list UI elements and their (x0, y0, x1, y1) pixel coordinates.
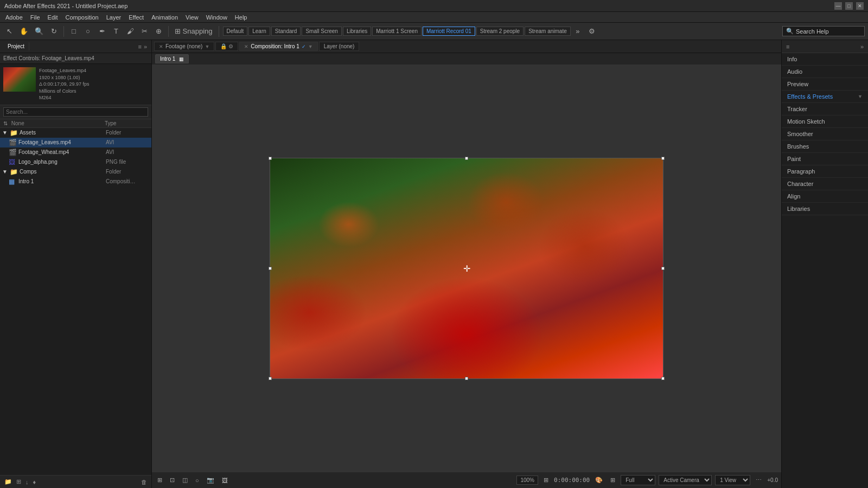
search-input[interactable] (796, 28, 861, 35)
handle-mid-left[interactable] (269, 267, 272, 270)
panel-paragraph[interactable]: Paragraph (782, 165, 868, 178)
menu-composition[interactable]: Composition (62, 13, 102, 22)
viewer-settings-btn[interactable]: ⚙ (228, 43, 233, 49)
view-count-select[interactable]: 1 View 2 Views 4 Views (715, 475, 750, 485)
sort-arrows[interactable]: ⇅ (3, 120, 8, 126)
panel-audio[interactable]: Audio (782, 66, 868, 78)
viewer-lock-btn[interactable]: 🔒 (220, 43, 227, 49)
workspace-marriott-record[interactable]: Marriott Record 01 (423, 27, 475, 36)
handle-bot-left[interactable] (269, 377, 272, 380)
ellipse-tool[interactable]: ○ (82, 25, 94, 38)
always-preview-btn[interactable]: ⊞ (155, 476, 164, 485)
brush-tool[interactable]: 🖌 (124, 25, 136, 38)
tree-logo-alpha[interactable]: 🖼 Logo_alpha.png PNG file (0, 157, 151, 167)
clone-tool[interactable]: ✂ (138, 25, 150, 38)
handle-top-mid[interactable] (465, 157, 468, 160)
workspace-small-screen[interactable]: Small Screen (302, 27, 341, 36)
panel-preview[interactable]: Preview (782, 78, 868, 91)
menu-file[interactable]: File (27, 13, 43, 22)
rect-tool[interactable]: □ (68, 25, 80, 38)
import-btn[interactable]: ↓ (24, 478, 30, 486)
workspace-overflow[interactable]: » (572, 25, 584, 38)
view-mode-select[interactable]: Active Camera Custom View 1 (659, 475, 712, 485)
menu-effect[interactable]: Effect (125, 13, 147, 22)
tree-footage-wheat[interactable]: 🎬 Footage_Wheat.mp4 AVI (0, 147, 151, 157)
minimize-button[interactable]: — (834, 2, 842, 10)
panel-align[interactable]: Align (782, 190, 868, 203)
workspace-settings[interactable]: ⚙ (586, 25, 598, 38)
menu-adobe[interactable]: Adobe (2, 13, 26, 22)
right-panel-menu[interactable]: ≡ (785, 42, 790, 51)
quality-select[interactable]: Full Half Quarter (621, 475, 655, 485)
tree-assets-folder[interactable]: ▼ 📁 Assets Folder (0, 128, 151, 138)
interpret-btn[interactable]: ♦ (32, 478, 37, 486)
zoom-level[interactable]: 100% (516, 476, 538, 485)
workspace-marriott1[interactable]: Marriott 1 Screen (372, 27, 422, 36)
sub-tab-intro1[interactable]: Intro 1 ▦ (155, 54, 189, 63)
handle-bot-mid[interactable] (465, 377, 468, 380)
workspace-stream-animate[interactable]: Stream animate (525, 27, 571, 36)
tab-layer-none[interactable]: Layer (none) (319, 42, 360, 51)
window-controls[interactable]: — □ ✕ (834, 2, 864, 10)
menu-view[interactable]: View (182, 13, 202, 22)
panel-tracker[interactable]: Tracker (782, 103, 868, 115)
snapping-btn[interactable]: ⊞ Snapping (173, 25, 215, 38)
pen-tool[interactable]: ✒ (96, 25, 108, 38)
rotate-tool[interactable]: ↻ (48, 25, 60, 38)
transparency-btn[interactable]: ◫ (180, 476, 190, 485)
project-search-input[interactable] (3, 107, 148, 117)
tab-layer-icons[interactable]: 🔒 ⚙ (215, 42, 238, 51)
show-grid-btn[interactable]: ⊞ (608, 476, 617, 485)
handle-mid-right[interactable] (661, 267, 665, 270)
panel-brushes[interactable]: Brushes (782, 140, 868, 153)
color-info-btn[interactable]: 🎨 (593, 476, 605, 485)
panel-motion-sketch[interactable]: Motion Sketch (782, 115, 868, 128)
close-button[interactable]: ✕ (856, 2, 864, 10)
menu-layer[interactable]: Layer (103, 13, 125, 22)
snapshot-btn[interactable]: 📷 (205, 476, 216, 485)
workspace-learn[interactable]: Learn (248, 27, 270, 36)
new-folder-btn[interactable]: 📁 (3, 477, 13, 486)
workspace-default[interactable]: Default (223, 27, 248, 36)
maximize-button[interactable]: □ (845, 2, 853, 10)
tab-footage-menu[interactable]: ▼ (205, 44, 209, 49)
panel-collapse-btn[interactable]: » (143, 42, 148, 51)
workspace-standard[interactable]: Standard (271, 27, 301, 36)
tab-project[interactable]: Project (3, 42, 29, 50)
menu-help[interactable]: Help (232, 13, 251, 22)
panel-libraries[interactable]: Libraries (782, 203, 868, 215)
puppet-tool[interactable]: ⊕ (152, 25, 164, 38)
hand-tool[interactable]: ✋ (17, 25, 30, 38)
panel-info[interactable]: Info (782, 53, 868, 66)
tab-composition[interactable]: ✕ Composition: Intro 1 ✓ ▼ (239, 42, 317, 51)
menu-edit[interactable]: Edit (44, 13, 61, 22)
fit-to-screen-btn[interactable]: ⊞ (541, 476, 551, 485)
panel-character[interactable]: Character (782, 178, 868, 190)
tree-footage-leaves[interactable]: 🎬 Footage_Leaves.mp4 AVI (0, 138, 151, 147)
menu-window[interactable]: Window (203, 13, 231, 22)
search-box[interactable]: 🔍 (782, 26, 865, 36)
handle-bot-right[interactable] (661, 377, 665, 380)
footage-thumbnail[interactable] (3, 67, 36, 92)
region-of-interest-btn[interactable]: ⊡ (168, 476, 177, 485)
tab-footage-close[interactable]: ✕ (159, 44, 163, 49)
panel-paint[interactable]: Paint (782, 153, 868, 165)
panel-effects-presets[interactable]: Effects & Presets ▼ (782, 91, 868, 103)
zoom-tool[interactable]: 🔍 (33, 25, 46, 38)
tree-comps-folder[interactable]: ▼ 📁 Comps Folder (0, 167, 151, 177)
reset-exposure-btn[interactable]: ○ (193, 476, 201, 485)
tab-footage-none[interactable]: ✕ Footage (none) ▼ (154, 42, 214, 51)
delete-btn[interactable]: 🗑 (140, 478, 148, 486)
panel-smoother[interactable]: Smoother (782, 128, 868, 140)
viewer-more-btn[interactable]: ⋯ (754, 476, 764, 485)
workspace-stream2[interactable]: Stream 2 people (476, 27, 524, 36)
right-panel-collapse[interactable]: » (859, 42, 865, 51)
show-snapshot-btn[interactable]: 🖼 (220, 476, 230, 485)
tree-intro1-comp[interactable]: ▦ Intro 1 Compositi… (0, 177, 151, 187)
menu-animation[interactable]: Animation (148, 13, 181, 22)
text-tool[interactable]: T (110, 25, 122, 38)
selection-tool[interactable]: ↖ (3, 25, 15, 38)
handle-top-right[interactable] (661, 157, 665, 160)
new-comp-btn[interactable]: ⊞ (15, 477, 22, 486)
panel-menu-btn[interactable]: ≡ (137, 42, 142, 51)
